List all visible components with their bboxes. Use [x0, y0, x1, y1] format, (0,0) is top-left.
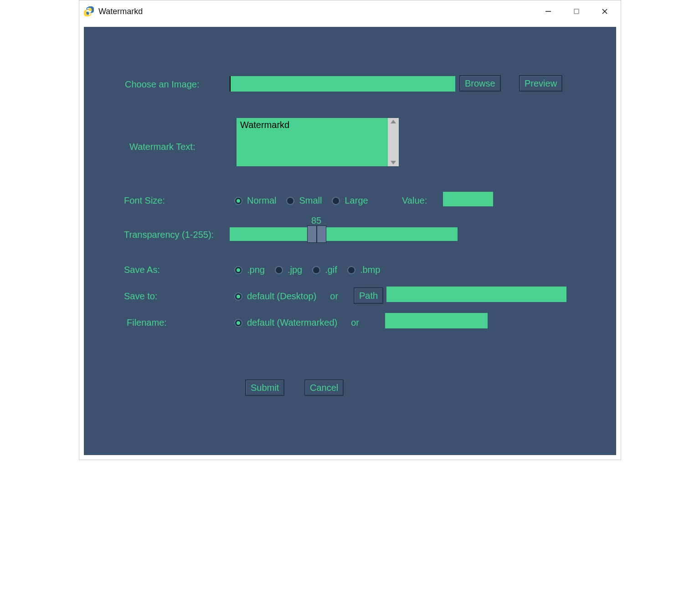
font-size-label: Font Size: [124, 195, 165, 206]
save-to-row: default (Desktop) or [234, 291, 338, 302]
radio-label: Large [345, 195, 368, 206]
radio-icon [234, 319, 242, 327]
scroll-up-icon [391, 120, 396, 123]
save-as-gif[interactable]: .gif [312, 265, 337, 275]
filename-or: or [351, 318, 359, 328]
preview-button[interactable]: Preview [519, 75, 562, 92]
transparency-value: 85 [311, 215, 321, 226]
radio-icon [275, 266, 283, 274]
filename-label: Filename: [127, 318, 167, 328]
close-button[interactable] [591, 3, 619, 20]
window-title: Watermarkd [98, 7, 143, 16]
save-as-jpg[interactable]: .jpg [275, 265, 302, 275]
radio-label: Normal [247, 195, 276, 206]
path-button[interactable]: Path [354, 287, 383, 304]
submit-button[interactable]: Submit [245, 379, 284, 396]
radio-label: default (Watermarked) [247, 318, 337, 328]
save-as-radios: .png .jpg .gif .bmp [234, 265, 380, 275]
app-icon [84, 6, 94, 16]
svg-rect-1 [574, 9, 579, 14]
font-size-value-label: Value: [402, 195, 427, 206]
slider-thumb[interactable] [307, 225, 326, 243]
filename-input[interactable] [385, 313, 488, 328]
transparency-label: Transparency (1-255): [124, 230, 214, 240]
form-area: Choose an Image: Browse Preview Watermar… [84, 27, 616, 455]
font-size-radios: Normal Small Large [234, 195, 368, 206]
choose-image-label: Choose an Image: [125, 79, 199, 90]
radio-label: .jpg [288, 265, 302, 275]
browse-button[interactable]: Browse [459, 75, 501, 92]
radio-label: .bmp [360, 265, 380, 275]
font-size-small[interactable]: Small [286, 195, 322, 206]
radio-icon [347, 266, 355, 274]
save-to-default[interactable]: default (Desktop) [234, 291, 316, 302]
window-controls [534, 3, 619, 20]
radio-label: Small [299, 195, 322, 206]
textarea-scrollbar[interactable] [388, 118, 399, 166]
radio-label: .png [247, 265, 265, 275]
save-as-label: Save As: [124, 265, 160, 275]
radio-icon [312, 266, 320, 274]
transparency-slider[interactable]: 85 [230, 227, 458, 241]
watermark-text-input[interactable] [237, 118, 388, 166]
titlebar: Watermarkd [79, 0, 621, 22]
radio-label: default (Desktop) [247, 291, 316, 302]
minimize-button[interactable] [534, 3, 562, 20]
radio-icon [332, 197, 340, 205]
maximize-button[interactable] [562, 3, 591, 20]
save-to-path-input[interactable] [386, 287, 566, 302]
radio-label: .gif [325, 265, 337, 275]
font-size-normal[interactable]: Normal [234, 195, 276, 206]
font-size-value-input[interactable] [443, 192, 493, 206]
save-as-bmp[interactable]: .bmp [347, 265, 380, 275]
save-to-or: or [330, 291, 338, 302]
radio-icon [234, 197, 242, 205]
watermark-text-wrapper [237, 118, 399, 166]
filename-row: default (Watermarked) or [234, 318, 359, 328]
save-as-png[interactable]: .png [234, 265, 265, 275]
radio-icon [234, 266, 242, 274]
radio-icon [286, 197, 294, 205]
font-size-large[interactable]: Large [332, 195, 368, 206]
cancel-button[interactable]: Cancel [304, 379, 344, 396]
save-to-label: Save to: [124, 291, 157, 302]
filename-default[interactable]: default (Watermarked) [234, 318, 337, 328]
watermark-text-label: Watermark Text: [129, 142, 195, 152]
radio-icon [234, 292, 242, 301]
image-path-input[interactable] [230, 76, 455, 92]
scroll-down-icon [391, 161, 396, 164]
